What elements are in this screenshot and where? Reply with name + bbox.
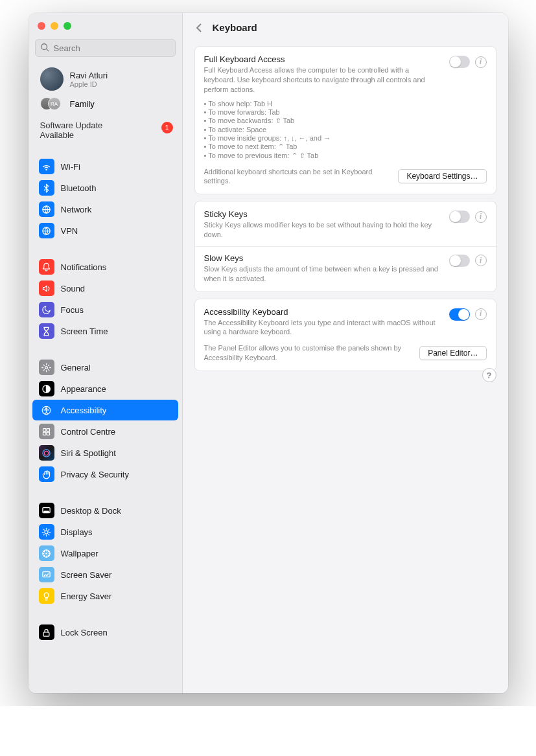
software-update-row[interactable]: Software Update Available 1 (32, 115, 178, 145)
svg-rect-11 (43, 432, 46, 435)
fullkb-toggle[interactable] (449, 56, 470, 68)
back-button[interactable] (194, 23, 205, 33)
minimize-window-button[interactable] (51, 22, 58, 30)
accesskb-title: Accessibility Keyboard (204, 307, 443, 317)
sidebar-item-screen-time[interactable]: Screen Time (32, 321, 178, 341)
bell-icon (39, 259, 54, 275)
family-row[interactable]: RA Family (32, 96, 178, 111)
sidebar-item-sound[interactable]: Sound (32, 278, 178, 299)
sidebar-item-label: Sound (61, 284, 86, 293)
help-button[interactable]: ? (482, 368, 496, 382)
search-field-wrap (35, 39, 176, 57)
svg-point-17 (45, 531, 48, 534)
sidebar-item-desktop-dock[interactable]: Desktop & Dock (32, 500, 178, 521)
accesskb-desc: The Accessibility Keyboard lets you type… (204, 318, 443, 338)
window-controls (29, 13, 182, 36)
sticky-desc: Sticky Keys allows modifier keys to be s… (204, 220, 443, 240)
accessibility-keyboard-toggle[interactable] (449, 308, 470, 321)
hour-icon (39, 323, 54, 339)
sidebar-item-label: Focus (61, 305, 84, 315)
wifi-icon (39, 159, 54, 174)
svg-rect-21 (43, 632, 49, 636)
family-label: Family (70, 99, 95, 109)
sidebar-item-wallpaper[interactable]: Wallpaper (32, 543, 178, 564)
sidebar-item-label: Network (61, 205, 92, 214)
sidebar-item-screen-saver[interactable]: Screen Saver (32, 564, 178, 585)
svg-point-13 (43, 449, 50, 456)
svg-rect-20 (43, 571, 50, 577)
info-icon[interactable]: i (475, 56, 487, 68)
sidebar-item-siri-spotlight[interactable]: Siri & Spotlight (32, 442, 178, 463)
scrn-icon (39, 567, 54, 582)
panel-title: Keyboard (213, 22, 257, 33)
sidebar-item-displays[interactable]: Displays (32, 521, 178, 542)
sidebar-item-bluetooth[interactable]: Bluetooth (32, 178, 178, 198)
sidebar-item-lock-screen[interactable]: Lock Screen (32, 622, 178, 643)
siri-icon (39, 445, 54, 461)
sidebar-item-energy-saver[interactable]: Energy Saver (32, 586, 178, 606)
svg-point-2 (46, 169, 47, 170)
sidebar-item-focus[interactable]: Focus (32, 299, 178, 320)
avatar (40, 67, 64, 91)
svg-rect-9 (43, 428, 46, 431)
svg-rect-10 (47, 428, 49, 431)
lock-icon (39, 624, 54, 640)
search-input[interactable] (35, 39, 176, 57)
svg-point-0 (41, 44, 47, 50)
sidebar-item-label: Wallpaper (61, 549, 99, 558)
profile-subtitle: Apple ID (70, 80, 108, 88)
sidebar-item-label: Lock Screen (61, 628, 108, 637)
sidebar-item-label: Displays (61, 527, 93, 537)
fullkb-desc: Full Keyboard Access allows the computer… (204, 65, 443, 95)
sidebar-item-network[interactable]: Network (32, 199, 178, 220)
search-icon (40, 43, 49, 52)
sidebar-item-label: Appearance (61, 384, 106, 394)
accessibility-keyboard-card: Accessibility Keyboard The Accessibility… (194, 299, 496, 371)
ctrl-icon (39, 424, 54, 439)
svg-point-8 (46, 407, 47, 409)
sidebar-item-label: Siri & Spotlight (61, 448, 116, 458)
sidebar-item-label: Privacy & Security (61, 470, 129, 479)
full-keyboard-access-card: Full Keyboard Access Full Keyboard Acces… (194, 46, 496, 194)
zoom-window-button[interactable] (64, 22, 71, 30)
sidebar-item-label: VPN (61, 226, 78, 236)
update-badge: 1 (161, 122, 173, 133)
sidebar: Ravi Atluri Apple ID RA Family Software … (29, 13, 183, 693)
moon-icon (39, 302, 54, 317)
sidebar-item-control-centre[interactable]: Control Centre (32, 421, 178, 442)
sidebar-item-label: Screen Time (61, 326, 108, 336)
sticky-keys-toggle[interactable] (449, 211, 470, 223)
close-window-button[interactable] (38, 22, 45, 30)
slow-keys-toggle[interactable] (449, 255, 470, 267)
sticky-title: Sticky Keys (204, 209, 443, 219)
sidebar-item-notifications[interactable]: Notifications (32, 257, 178, 277)
hand-icon (39, 466, 54, 482)
sidebar-item-accessibility[interactable]: Accessibility (32, 400, 178, 420)
wall-icon (39, 545, 54, 561)
modifier-keys-card: Sticky Keys Sticky Keys allows modifier … (194, 201, 496, 292)
sidebar-item-vpn[interactable]: VPN (32, 220, 178, 241)
sidebar-item-privacy-security[interactable]: Privacy & Security (32, 464, 178, 485)
sidebar-item-wi-fi[interactable]: Wi-Fi (32, 156, 178, 177)
svg-rect-12 (47, 432, 49, 435)
apple-id-row[interactable]: Ravi Atluri Apple ID (32, 63, 178, 95)
update-line1: Software Update (40, 120, 170, 130)
globe-icon (39, 201, 54, 217)
disp-icon (39, 524, 54, 540)
sidebar-item-general[interactable]: General (32, 357, 178, 378)
sidebar-item-appearance[interactable]: Appearance (32, 378, 178, 399)
fullkb-title: Full Keyboard Access (204, 54, 443, 64)
appear-icon (39, 381, 54, 396)
profile-name: Ravi Atluri (70, 71, 108, 80)
panel-editor-button[interactable]: Panel Editor… (419, 346, 486, 360)
globe-icon (39, 223, 54, 238)
sidebar-item-label: Screen Saver (61, 570, 112, 580)
family-avatars: RA (40, 97, 64, 110)
sidebar-item-label: Bluetooth (61, 183, 97, 193)
keyboard-settings-button[interactable]: Keyboard Settings… (398, 169, 486, 183)
fullkb-shortcut-list: • To show help: Tab H • To move forwards… (204, 100, 443, 160)
bulb-icon (39, 588, 54, 604)
info-icon[interactable]: i (475, 211, 487, 223)
info-icon[interactable]: i (475, 255, 487, 266)
info-icon[interactable]: i (475, 308, 487, 320)
